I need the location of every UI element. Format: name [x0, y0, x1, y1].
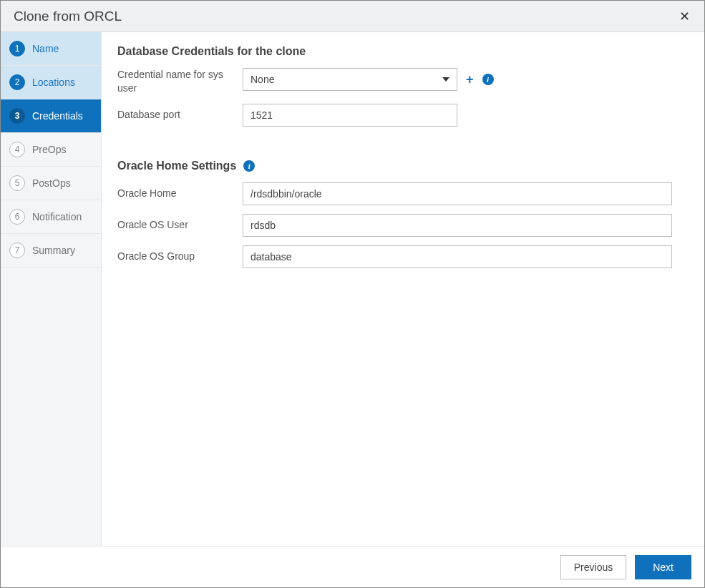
step-label: PostOps [32, 177, 71, 189]
step-number: 2 [9, 74, 25, 90]
dialog-title: Clone from ORCL [14, 9, 122, 24]
titlebar: Clone from ORCL ✕ [1, 1, 704, 32]
field-oracle-home: Oracle Home [117, 182, 686, 205]
database-port-input[interactable] [243, 104, 457, 127]
field-oracle-os-user: Oracle OS User [117, 214, 686, 237]
step-label: Summary [32, 245, 75, 256]
oracle-os-group-label: Oracle OS Group [117, 250, 243, 263]
step-notification[interactable]: 6 Notification [1, 200, 101, 234]
step-label: Credentials [32, 110, 83, 122]
clone-dialog: Clone from ORCL ✕ 1 Name 2 Locations 3 C… [0, 0, 705, 588]
dialog-footer: Previous Next [1, 546, 704, 587]
next-button[interactable]: Next [635, 555, 691, 579]
oracle-home-label: Oracle Home [117, 187, 243, 200]
step-number: 1 [9, 41, 25, 57]
oracle-os-group-input[interactable] [243, 245, 672, 268]
step-locations[interactable]: 2 Locations [1, 66, 101, 99]
previous-button[interactable]: Previous [560, 555, 626, 579]
step-postops[interactable]: 5 PostOps [1, 167, 101, 200]
oracle-home-heading-text: Oracle Home Settings [117, 160, 236, 172]
wizard-content: Database Credentials for the clone Crede… [102, 32, 704, 546]
oracle-os-user-input[interactable] [243, 214, 672, 237]
step-label: Notification [32, 211, 82, 222]
step-number: 3 [9, 108, 25, 124]
step-summary[interactable]: 7 Summary [1, 234, 101, 268]
add-credential-icon[interactable]: + [466, 73, 474, 86]
step-label: PreOps [32, 144, 66, 155]
credentials-heading: Database Credentials for the clone [117, 45, 686, 58]
credential-name-label: Credential name for sys user [117, 68, 243, 95]
database-port-label: Database port [117, 104, 243, 122]
step-number: 4 [9, 142, 25, 157]
step-number: 6 [9, 209, 25, 225]
step-preops[interactable]: 4 PreOps [1, 133, 101, 167]
step-label: Name [32, 43, 59, 54]
info-icon[interactable]: i [243, 160, 255, 172]
step-name[interactable]: 1 Name [1, 32, 101, 66]
field-database-port: Database port [117, 104, 686, 127]
dialog-body: 1 Name 2 Locations 3 Credentials 4 PreOp… [1, 32, 704, 546]
credential-name-value: None [251, 74, 274, 85]
info-icon[interactable]: i [482, 74, 494, 85]
chevron-down-icon [442, 77, 449, 82]
step-number: 7 [9, 242, 25, 258]
credential-name-select[interactable]: None [243, 68, 457, 91]
step-credentials[interactable]: 3 Credentials [1, 99, 101, 133]
close-icon[interactable]: ✕ [675, 7, 694, 26]
field-oracle-os-group: Oracle OS Group [117, 245, 686, 268]
step-number: 5 [9, 175, 25, 191]
wizard-sidebar: 1 Name 2 Locations 3 Credentials 4 PreOp… [1, 32, 102, 546]
credential-name-controls: None + i [243, 68, 494, 91]
step-label: Locations [32, 77, 75, 88]
oracle-home-input[interactable] [243, 182, 672, 205]
oracle-home-heading: Oracle Home Settings i [117, 160, 686, 172]
oracle-os-user-label: Oracle OS User [117, 218, 243, 232]
field-credential-name: Credential name for sys user None + i [117, 68, 686, 95]
